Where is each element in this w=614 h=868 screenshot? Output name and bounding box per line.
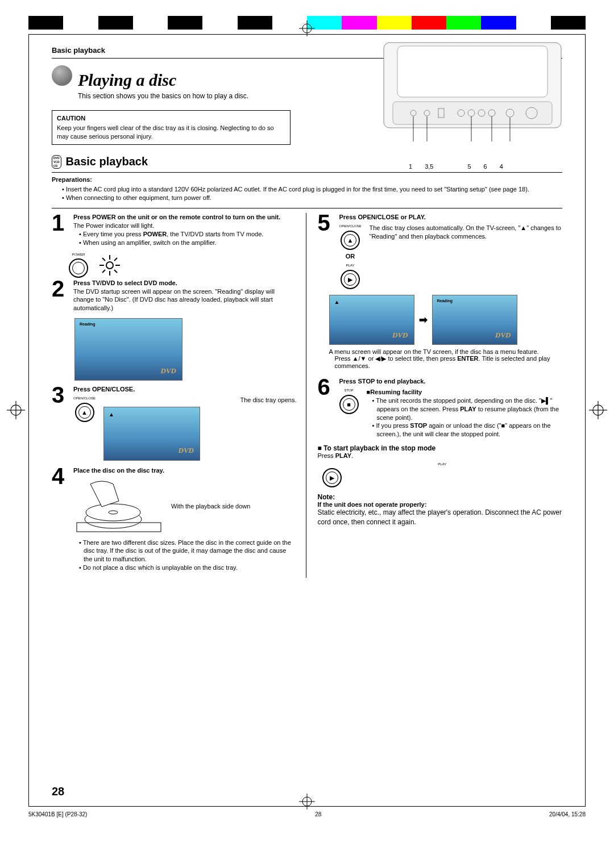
- caution-body: Keep your fingers well clear of the disc…: [57, 124, 274, 140]
- svg-point-36: [86, 504, 140, 521]
- step-number: 3: [52, 385, 69, 461]
- callout-5: 4: [500, 163, 503, 170]
- registration-mark-right: [589, 401, 607, 419]
- right-column: 5 Press OPEN/CLOSE or PLAY. OPEN/CLOSE ▲…: [318, 213, 563, 578]
- preparations-heading: Preparations:: [52, 172, 562, 183]
- step1-icons: POWER: [69, 253, 297, 279]
- svg-rect-10: [397, 46, 547, 97]
- header-section: Basic playback: [52, 46, 105, 55]
- step-3: 3 Press OPEN/CLOSE. OPEN/CLOSE ▲ The dis…: [52, 385, 297, 461]
- svg-line-31: [102, 258, 105, 261]
- play-button-label: PLAY: [339, 263, 362, 268]
- or-label: OR: [339, 252, 362, 261]
- power-button-icon: [69, 258, 88, 278]
- step-text: The Power indicator will light.: [73, 222, 154, 229]
- left-column: 1 Press POWER on the unit or on the remo…: [52, 213, 306, 578]
- section-heading: Basic playback: [66, 155, 148, 168]
- step-5: 5 Press OPEN/CLOSE or PLAY. OPEN/CLOSE ▲…: [318, 213, 563, 289]
- svg-point-26: [106, 262, 113, 269]
- disc-badge-icon: [52, 65, 72, 86]
- note-heading: Note:: [318, 493, 563, 501]
- page-frame: Basic playback 1 3,5 5: [28, 34, 586, 807]
- page-number: 28: [52, 785, 64, 798]
- step-4: 4 Place the disc on the disc tray. With …: [52, 466, 297, 572]
- caution-heading: CAUTION: [57, 114, 285, 123]
- step-bullet: There are two different disc sizes. Plac…: [79, 539, 297, 564]
- start-in-stop-mode: To start playback in the stop mode Press…: [318, 444, 563, 487]
- callout-2: 3,5: [425, 163, 433, 170]
- disc-tray-illustration: [73, 478, 164, 535]
- openclose-button-icon: ▲: [75, 403, 94, 422]
- prep-item: When connecting to other equipment, turn…: [62, 194, 562, 202]
- step-number: 4: [52, 466, 69, 572]
- step-2: 2 Press TV/DVD to select DVD mode. The D…: [52, 279, 297, 312]
- step-lead: Press POWER on the unit or on the remote…: [73, 214, 280, 220]
- arrow-right-icon: ➡: [419, 314, 428, 326]
- svg-rect-11: [393, 102, 552, 124]
- step-number: 1: [52, 213, 69, 247]
- step-lead: Press TV/DVD to select DVD mode.: [73, 279, 177, 286]
- step-number: 5: [318, 213, 335, 289]
- step-lead: Press OPEN/CLOSE or PLAY.: [339, 214, 426, 220]
- step-number: 6: [318, 377, 335, 439]
- step-bullet: A menu screen will appear on the TV scre…: [329, 348, 563, 355]
- step-1: 1 Press POWER on the unit or on the remo…: [52, 213, 297, 247]
- resume-heading: Resuming facility: [370, 389, 422, 395]
- step-text: The disc tray opens.: [103, 396, 296, 404]
- step-bullet: When using an amplifier, switch on the a…: [79, 239, 297, 247]
- callout-4: 6: [484, 163, 487, 170]
- screen-thumb-reading-small: Reading DVD: [432, 295, 517, 345]
- note-subheading: If the unit does not operate properly:: [318, 501, 563, 508]
- openclose-button-label: OPEN/CLOSE: [73, 396, 96, 400]
- indicator-light-icon: [98, 254, 121, 278]
- callout-3: 5: [467, 163, 471, 170]
- screen-thumb-eject-small: ▲ DVD: [329, 295, 414, 345]
- svg-line-32: [114, 270, 117, 273]
- footer-left: 5K30401B [E] (P28-32): [28, 811, 87, 817]
- play-button-icon: ▶: [341, 270, 360, 289]
- play-button-label: PLAY: [322, 462, 563, 466]
- step4-caption: With the playback side down: [171, 502, 250, 511]
- step-lead: Place the disc on the disc tray.: [73, 467, 164, 474]
- step-bullet: Do not place a disc which is unplayable …: [79, 564, 297, 572]
- caution-box: CAUTION Keep your fingers well clear of …: [52, 110, 291, 145]
- stop-button-icon: ■: [339, 395, 359, 414]
- note-block: Note: If the unit does not operate prope…: [318, 493, 563, 527]
- step-6: 6 Press STOP to end playback. STOP ■ ■Re…: [318, 377, 563, 439]
- footer-center: 28: [315, 811, 321, 817]
- subheading: To start playback in the stop mode: [318, 444, 563, 452]
- power-button-label: POWER: [69, 253, 88, 256]
- svg-line-33: [114, 258, 117, 261]
- screen-thumb-eject: ▲ DVD: [103, 407, 200, 461]
- preparations-list: Insert the AC cord plug into a standard …: [62, 185, 562, 203]
- stop-button-label: STOP: [339, 388, 359, 393]
- footer-right: 20/4/04, 15:28: [549, 811, 586, 817]
- step5-thumbs: ▲ DVD ➡ Reading DVD: [329, 295, 563, 345]
- step-text: The disc tray closes automatically. On t…: [370, 224, 562, 289]
- play-button-icon: ▶: [322, 468, 342, 487]
- step-lead: Press STOP to end playback.: [339, 378, 426, 385]
- device-callouts: 1 3,5 5 6 4: [409, 163, 563, 170]
- page-title: Playing a disc: [78, 70, 176, 90]
- step-number: 2: [52, 279, 69, 312]
- note-body: Static electricity, etc., may affect the…: [318, 508, 563, 527]
- callout-1: 1: [409, 163, 412, 170]
- openclose-button-label: OPEN/CLOSE: [339, 224, 362, 228]
- screen-thumb-reading: Reading DVD: [74, 318, 182, 381]
- step-lead: Press OPEN/CLOSE.: [73, 386, 135, 393]
- device-illustration: 1 3,5 5 6 4: [381, 40, 563, 160]
- registration-mark-bottom: [299, 794, 315, 809]
- openclose-button-icon: ▲: [341, 231, 360, 250]
- disc-type-labels: DVD VCD CD: [52, 155, 61, 169]
- prep-item: Insert the AC cord plug into a standard …: [62, 185, 562, 194]
- svg-line-34: [102, 270, 105, 273]
- registration-mark-left: [7, 401, 25, 419]
- print-footer: 5K30401B [E] (P28-32) 28 20/4/04, 15:28: [28, 811, 586, 817]
- step-text: The DVD startup screen will appear on th…: [73, 288, 275, 312]
